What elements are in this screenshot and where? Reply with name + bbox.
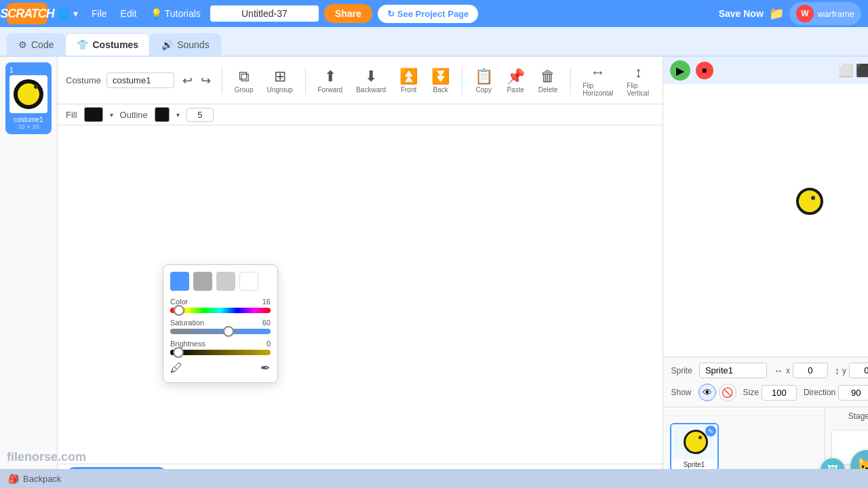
editor-toolbar: Costume ↩ ↪ ⧉ Group ⊞ Ungroup ⬆ Forward … [58,57,663,104]
swatch-gray2[interactable] [216,272,235,291]
fill-dropdown-arrow[interactable]: ▾ [110,111,113,119]
saturation-slider-thumb[interactable] [223,326,234,337]
color-slider-row: Color 16 [170,298,271,313]
costume-name-input[interactable] [106,73,174,88]
swatch-white[interactable] [239,272,258,291]
tutorials-button[interactable]: 💡 Tutorials [146,5,205,22]
backpack-bar[interactable]: 🎒 Backpack [0,469,868,488]
sprite-card-thumbnail [684,430,708,454]
backward-icon: ⬇ [365,68,377,85]
main-layout: 1 costume1 33 × 33 Costume ↩ ↪ [0,57,868,488]
sprite-name-input[interactable] [699,363,767,378]
toolbar-separator-4 [570,67,571,94]
flip-h-button[interactable]: ↔ Flip Horizontal [578,62,617,98]
globe-button[interactable]: 🌐 ▾ [53,5,82,23]
size-label: Size [743,388,759,397]
stage-canvas[interactable] [663,84,868,357]
brightness-slider-label: Brightness 0 [170,340,271,348]
refresh-icon: ↻ [387,9,395,19]
outline-dropdown-arrow[interactable]: ▾ [176,111,180,119]
undo-button[interactable]: ↩ [180,70,195,91]
front-button[interactable]: ⏫ Front [395,66,422,95]
large-stage-button[interactable]: ⬛ [856,63,868,78]
delete-icon: 🗑 [540,68,555,85]
delete-button[interactable]: 🗑 Delete [534,66,562,95]
folder-button[interactable]: 📁 [769,6,784,21]
project-title-input[interactable] [210,5,319,22]
backward-button[interactable]: ⬇ Backward [352,66,390,95]
brightness-slider-row: Brightness 0 [170,340,271,355]
tab-sounds[interactable]: 🔊 Sounds [150,33,220,56]
front-label: Front [401,86,416,94]
brightness-slider-thumb[interactable] [173,347,184,358]
forward-button[interactable]: ⬆ Forward [314,66,347,95]
back-label: Back [433,86,448,94]
back-button[interactable]: ⏬ Back [427,66,454,95]
color-slider-label: Color 16 [170,298,271,306]
user-menu[interactable]: W warframe [789,2,861,25]
costume-item[interactable]: 1 costume1 33 × 33 [5,62,52,134]
green-flag-button[interactable]: ▶ [670,60,690,81]
paint-bucket-button[interactable]: ✒ [260,361,271,375]
user-avatar: W [796,5,814,22]
sound-icon: 🔊 [161,39,173,50]
color-slider-track [170,308,271,313]
show-hidden-button[interactable]: 🚫 [719,384,736,401]
swatch-gray1[interactable] [193,272,212,291]
redo-button[interactable]: ↪ [198,70,214,91]
edit-menu-button[interactable]: Edit [117,5,141,22]
size-input[interactable] [762,385,797,401]
outline-label: Outline [120,110,148,120]
costume-circle-outer [14,79,43,109]
tab-code[interactable]: ⚙ Code [7,33,65,56]
costume-size-label: 33 × 33 [18,123,39,130]
x-input[interactable] [793,363,828,378]
y-arrows-icon: ↕ [835,365,840,376]
ungroup-button[interactable]: ⊞ Ungroup [262,66,296,95]
costumes-list: 1 costume1 33 × 33 [0,57,57,488]
back-icon: ⏬ [431,68,450,85]
stop-button[interactable]: ■ [696,62,713,79]
forward-icon: ⬆ [324,68,336,85]
scratch-logo[interactable]: SCRATCH [7,3,47,24]
outline-color-swatch[interactable] [155,107,170,122]
color-slider-thumb[interactable] [174,305,184,316]
paste-button[interactable]: 📌 Paste [502,66,529,95]
swatch-blue[interactable] [170,272,189,291]
flip-v-button[interactable]: ↕ Flip Vertical [623,62,654,98]
group-button[interactable]: ⧉ Group [231,66,258,95]
color-picker-popup: Color 16 Saturation 60 [163,264,278,383]
y-label: y [842,366,846,375]
show-field-label: Show [671,388,692,397]
folder-icon: 📁 [769,7,784,20]
save-now-button[interactable]: Save Now [719,8,764,19]
saturation-label-text: Saturation [170,319,204,327]
right-panel: ▶ ■ ⬜ ⬛ ⛶ Sprite ↔ [663,57,868,488]
direction-input[interactable] [838,385,868,401]
y-input[interactable] [849,363,868,378]
stage-top-bar: ▶ ■ ⬜ ⬛ ⛶ [663,57,868,84]
code-tab-label: Code [31,39,54,50]
copy-button[interactable]: 📋 Copy [471,66,497,95]
front-icon: ⏫ [399,68,418,85]
file-label: File [92,8,107,19]
share-button[interactable]: Share [324,4,372,23]
outline-width-input[interactable] [186,108,214,122]
file-menu-button[interactable]: File [87,5,111,22]
costume-thumbnail [9,75,47,113]
tab-costumes[interactable]: 👕 Costumes [65,33,150,56]
see-project-label: See Project Page [397,9,469,19]
stage-sprite-dot [811,196,815,200]
eyedropper-button[interactable]: 🖊 [170,361,182,375]
tab-bar: ⚙ Code 👕 Costumes 🔊 Sounds [0,27,868,57]
sounds-tab-label: Sounds [177,39,209,50]
flip-h-icon: ↔ [591,64,606,81]
see-project-button[interactable]: ↻ See Project Page [378,5,479,23]
sprite-info-bar: Sprite ↔ x ↕ y Show 👁 🚫 [663,357,868,407]
small-stage-button[interactable]: ⬜ [838,63,853,78]
brightness-slider-track [170,350,271,355]
sprite-card[interactable]: ✎ Sprite1 [670,423,719,471]
show-visible-button[interactable]: 👁 [698,384,716,401]
costumes-panel: 1 costume1 33 × 33 [0,57,58,488]
fill-color-swatch[interactable] [84,107,103,122]
